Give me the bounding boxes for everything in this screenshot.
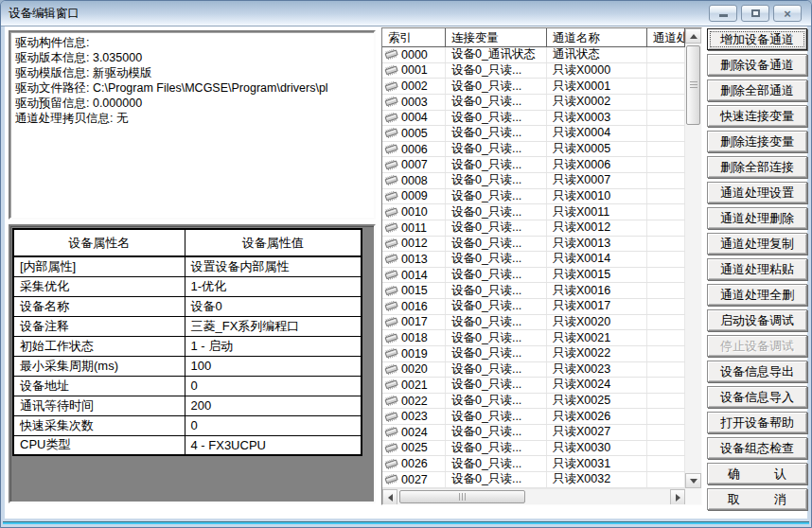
channel-row[interactable]: 0015设备0_只读...只读X0016 — [382, 283, 685, 299]
channel-row[interactable]: 0000设备0_通讯状态通讯状态 — [382, 47, 685, 63]
channel-index-text: 0014 — [401, 269, 428, 282]
col-header-process[interactable]: 通道处理 — [647, 28, 685, 47]
add-device-channel-button[interactable]: 增加设备通道 — [707, 28, 807, 50]
delete-all-channels-button[interactable]: 删除全部通道 — [707, 79, 807, 101]
channel-row[interactable]: 0014设备0_只读...只读X0015 — [382, 268, 685, 284]
channel-row[interactable]: 0023设备0_只读...只读X0026 — [382, 409, 685, 425]
quick-connect-variable-button[interactable]: 快速连接变量 — [707, 105, 807, 127]
vertical-scrollbar[interactable] — [685, 28, 701, 488]
start-device-debug-button[interactable]: 启动设备调试 — [707, 309, 807, 331]
channel-row[interactable]: 0006设备0_只读...只读X0005 — [382, 142, 685, 158]
property-row[interactable]: 设备名称设备0 — [13, 296, 362, 316]
channel-name-cell: 只读X0023 — [547, 362, 647, 378]
scroll-down-button[interactable] — [685, 473, 701, 488]
channel-row[interactable]: 0002设备0_只读...只读X0001 — [382, 79, 685, 95]
channel-row[interactable]: 0004设备0_只读...只读X0003 — [382, 111, 685, 127]
channel-index-text: 0027 — [401, 473, 428, 486]
channel-row[interactable]: 0021设备0_只读...只读X0024 — [382, 378, 685, 394]
channel-name-cell: 只读X0003 — [547, 111, 647, 126]
channel-row[interactable]: 0020设备0_只读...只读X0023 — [382, 362, 685, 378]
channel-process-cell — [647, 378, 685, 393]
close-button[interactable]: × — [773, 5, 802, 22]
scroll-up-icon — [690, 34, 697, 39]
channel-index-cell: 0013 — [382, 252, 446, 267]
delete-all-connections-button[interactable]: 删除全部连接 — [707, 156, 807, 178]
property-row[interactable]: 采集优化1-优化 — [13, 276, 362, 296]
channel-process-settings-button[interactable]: 通道处理设置 — [707, 182, 807, 203]
channel-row[interactable]: 0026设备0_只读...只读X0031 — [382, 456, 685, 472]
channel-row[interactable]: 0007设备0_只读...只读X0006 — [382, 157, 685, 173]
thumb-grip-icon — [459, 493, 467, 501]
channel-row[interactable]: 0003设备0_只读...只读X0002 — [382, 95, 685, 111]
cancel-button[interactable]: 取 消 — [707, 488, 807, 510]
delete-connect-variable-button[interactable]: 删除连接变量 — [707, 131, 807, 152]
channel-process-delete-button[interactable]: 通道处理删除 — [707, 207, 807, 229]
export-device-info-button[interactable]: 设备信息导出 — [707, 361, 807, 382]
property-row[interactable]: 快速采集次数0 — [13, 415, 362, 435]
channel-row[interactable]: 0019设备0_只读...只读X0022 — [382, 346, 685, 362]
maximize-button[interactable] — [741, 5, 769, 22]
channel-variable-cell: 设备0_只读... — [446, 315, 547, 330]
channel-variable-cell: 设备0_只读... — [446, 441, 547, 456]
horizontal-scrollbar[interactable] — [382, 488, 685, 504]
channel-row[interactable]: 0027设备0_只读...只读X0032 — [382, 472, 685, 488]
chip-icon — [384, 49, 398, 60]
channel-process-copy-button[interactable]: 通道处理复制 — [707, 233, 807, 255]
scroll-left-button[interactable] — [382, 489, 397, 505]
channel-index-text: 0004 — [401, 111, 428, 124]
scroll-up-button[interactable] — [685, 28, 701, 44]
channel-variable-cell: 设备0_只读... — [446, 472, 547, 487]
confirm-button[interactable]: 确 认 — [707, 463, 807, 484]
channel-name-cell: 只读X0007 — [547, 173, 647, 188]
channel-row[interactable]: 0025设备0_只读...只读X0030 — [382, 441, 685, 457]
channel-process-delete-all-button[interactable]: 通道处理全删 — [707, 284, 807, 306]
minimize-button[interactable] — [709, 5, 737, 22]
property-value-cell: 100 — [185, 356, 362, 376]
property-value-cell: 0 — [185, 415, 362, 435]
channel-row[interactable]: 0008设备0_只读...只读X0007 — [382, 173, 685, 189]
channel-row[interactable]: 0022设备0_只读...只读X0025 — [382, 394, 685, 410]
channel-index-text: 0018 — [401, 331, 428, 344]
channel-variable-cell: 设备0_只读... — [446, 394, 547, 409]
col-header-channel[interactable]: 通道名称 — [547, 28, 647, 47]
import-device-info-button[interactable]: 设备信息导入 — [707, 386, 807, 408]
property-row[interactable]: 设备注释三菱_FX系列编程口 — [13, 316, 362, 336]
horizontal-scrollbar-thumb[interactable] — [399, 490, 525, 503]
window-titlebar[interactable]: 设备编辑窗口 × — [1, 1, 811, 26]
col-header-variable[interactable]: 连接变量 — [446, 28, 547, 47]
channel-row[interactable]: 0013设备0_只读...只读X0014 — [382, 252, 685, 268]
channel-index-text: 0007 — [401, 158, 428, 171]
vertical-scrollbar-thumb[interactable] — [686, 45, 700, 125]
device-config-check-button[interactable]: 设备组态检查 — [707, 437, 807, 459]
col-header-index[interactable]: 索引 — [382, 28, 446, 47]
property-value-cell: 4 - FX3UCPU — [185, 435, 362, 455]
channel-row[interactable]: 0018设备0_只读...只读X0021 — [382, 330, 685, 346]
channel-row[interactable]: 0017设备0_只读...只读X0020 — [382, 315, 685, 331]
property-row[interactable]: 初始工作状态1 - 启动 — [13, 336, 362, 356]
channel-variable-cell: 设备0_只读... — [446, 142, 547, 157]
channel-row[interactable]: 0005设备0_只读...只读X0004 — [382, 126, 685, 142]
property-row[interactable]: 设备地址0 — [13, 376, 362, 396]
scroll-right-button[interactable] — [670, 489, 685, 505]
channel-row[interactable]: 0011设备0_只读...只读X0012 — [382, 220, 685, 237]
property-row[interactable]: 通讯等待时间200 — [13, 396, 362, 415]
property-row[interactable]: [内部属性]设置设备内部属性 — [13, 256, 362, 276]
property-row[interactable]: CPU类型4 - FX3UCPU — [13, 435, 362, 455]
channel-index-cell: 0014 — [382, 268, 446, 283]
channel-row[interactable]: 0016设备0_只读...只读X0017 — [382, 299, 685, 315]
channel-process-paste-button[interactable]: 通道处理粘贴 — [707, 258, 807, 280]
channel-row[interactable]: 0012设备0_只读...只读X0013 — [382, 237, 685, 253]
channel-row[interactable]: 0001设备0_只读...只读X0000 — [382, 63, 685, 79]
channel-process-cell — [647, 299, 685, 314]
chip-icon — [384, 160, 398, 170]
channel-process-cell — [647, 346, 685, 361]
channel-variable-cell: 设备0_只读... — [446, 283, 547, 298]
open-device-help-button[interactable]: 打开设备帮助 — [707, 412, 807, 433]
channel-row[interactable]: 0024设备0_只读...只读X0027 — [382, 425, 685, 441]
thumb-grip-icon — [690, 81, 697, 89]
delete-device-channel-button[interactable]: 删除设备通道 — [707, 54, 807, 76]
property-row[interactable]: 最小采集周期(ms)100 — [13, 356, 362, 376]
property-value-cell: 200 — [185, 396, 362, 415]
channel-row[interactable]: 0010设备0_只读...只读X0011 — [382, 204, 685, 220]
channel-row[interactable]: 0009设备0_只读...只读X0010 — [382, 189, 685, 205]
